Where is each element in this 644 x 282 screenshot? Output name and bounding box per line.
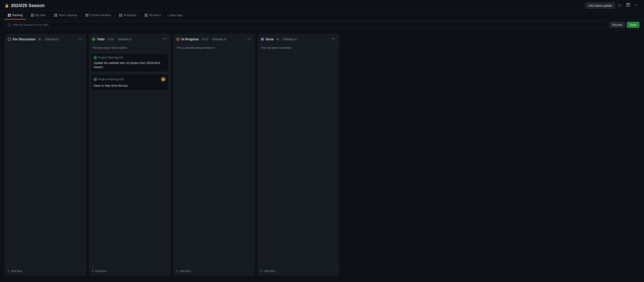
tab-roadmap[interactable]: Roadmap [116,11,140,20]
roadmap-tab-icon [119,14,122,17]
board: For Discussion 0 Estimate: 0 + Add item … [0,30,644,279]
by-date-tab-icon [31,14,34,17]
card-item[interactable]: Project-Planning #41 Update the website … [91,53,169,72]
header-actions: Add status update [585,2,640,8]
filter-bar: Discard Save [0,20,644,30]
backlog-tab-icon [8,14,11,17]
new-view-label: New view [170,14,182,17]
current-iteration-tab-icon [86,14,89,17]
col-menu-button-done[interactable] [330,36,336,42]
add-item-label-for-discussion: Add item [11,269,22,273]
plus-icon: + [167,14,169,17]
chart-icon-button[interactable] [617,2,623,8]
table-icon [626,3,630,7]
filter-input[interactable] [12,23,604,26]
tab-separator-4: | [114,14,116,17]
tab-backlog[interactable]: Backlog [4,11,26,20]
col-body-done [258,51,339,266]
more-options-icon [634,3,638,7]
column-header-for-discussion: For Discussion 0 Estimate: 0 [4,34,86,44]
tab-separator-3: | [80,14,82,17]
column-in-progress: In Progress 0 / 5 Estimate: 0 This is ac… [173,34,255,276]
tab-by-date[interactable]: By Date [28,11,49,20]
tab-separator-1: | [26,14,28,17]
header-left: 🔒 2024/25 Season [4,3,45,8]
tab-by-date-label: By Date [35,13,46,17]
add-item-label-in-progress: Add item [179,269,191,273]
filter-icon [8,23,11,26]
col-fraction-todo: 2 / 5 [106,38,115,41]
tab-team-capacity[interactable]: Team capacity [51,11,80,20]
column-for-discussion: For Discussion 0 Estimate: 0 + Add item [4,34,86,276]
col-title-for-discussion: For Discussion [13,38,36,41]
tab-separator-2: | [49,14,51,17]
add-item-button-for-discussion[interactable]: + Add item [7,268,84,274]
card-title: Update the website with 10 photos from 2… [94,61,166,69]
card-item[interactable]: Project-Planning #29 🐱 Dave to help driv… [91,74,169,91]
card-avatar: 🐱 [161,77,166,82]
new-view-button[interactable]: + New view [164,11,186,19]
card-title: Dave to help drive the bus [94,84,166,88]
save-button[interactable]: Save [627,22,640,28]
tab-my-items-label: My items [149,13,161,17]
tab-my-items[interactable]: My items [141,11,164,20]
col-estimate-todo: Estimate: 0 [117,38,133,41]
filter-input-wrap [4,22,607,28]
col-title-todo: Todo [97,38,104,41]
column-todo: Todo 2 / 5 Estimate: 0 This item hasn't … [89,34,170,276]
col-menu-button-in-progress[interactable] [246,36,252,42]
header: 🔒 2024/25 Season Add status update [0,0,644,11]
team-capacity-tab-icon [54,14,57,17]
plus-icon-done: + [260,269,262,273]
col-count-done: 0 [276,38,280,41]
plus-icon-for-discussion: + [7,269,9,273]
more-icon-todo [163,37,166,40]
col-desc-done: This has been completed [258,44,339,51]
add-item-button-done[interactable]: + Add item [260,268,336,274]
project-title: 2024/25 Season [11,3,45,8]
status-icon-for-discussion [8,38,11,41]
tab-current-iteration[interactable]: Current iteration [82,11,114,20]
discard-button[interactable]: Discard [609,22,625,28]
table-icon-button[interactable] [625,2,631,8]
my-items-tab-icon [144,14,148,17]
col-footer-for-discussion: + Add item [4,266,86,276]
col-desc-in-progress: This is actively being worked on [173,44,255,51]
tab-bar: Backlog | By Date | Team capacity | Curr… [0,11,644,20]
add-item-label-done: Add item [264,269,275,273]
col-menu-button-for-discussion[interactable] [78,36,83,42]
more-options-button[interactable] [633,2,640,8]
col-count-for-discussion: 0 [38,38,42,41]
tab-separator-5: | [140,14,142,17]
card-meta: Project-Planning #41 [94,56,166,59]
card-status-icon [94,56,97,59]
col-title-done: Done [266,38,274,41]
card-meta: Project-Planning #29 🐱 [94,77,166,82]
add-item-button-in-progress[interactable]: + Add item [176,268,252,274]
tab-current-iteration-label: Current iteration [90,13,111,17]
column-header-done: Done 0 Estimate: 0 [258,34,339,44]
lock-icon: 🔒 [4,4,9,8]
plus-icon-in-progress: + [176,269,178,273]
status-icon-in-progress [176,38,180,41]
more-icon-in-progress [247,37,251,40]
tab-team-capacity-label: Team capacity [58,13,77,17]
status-icon-done [261,38,264,41]
col-estimate-for-discussion: Estimate: 0 [44,38,60,41]
add-status-update-button[interactable]: Add status update [585,2,615,8]
column-done: Done 0 Estimate: 0 This has been complet… [258,34,339,276]
col-estimate-in-progress: Estimate: 0 [211,38,227,41]
col-body-in-progress [173,51,255,266]
col-footer-todo: + Add item [89,266,170,276]
column-header-in-progress: In Progress 0 / 5 Estimate: 0 [173,34,255,44]
status-icon-todo [92,38,95,41]
card-meta-label: Project-Planning #41 [98,56,123,59]
chart-icon [618,3,622,7]
col-menu-button-todo[interactable] [162,36,167,42]
column-header-todo: Todo 2 / 5 Estimate: 0 [89,34,170,44]
col-footer-done: + Add item [258,266,339,276]
card-meta-label: Project-Planning #29 [98,78,123,81]
col-title-in-progress: In Progress [182,38,199,41]
add-item-button-todo[interactable]: + Add item [92,268,168,274]
plus-icon-todo: + [92,269,94,273]
